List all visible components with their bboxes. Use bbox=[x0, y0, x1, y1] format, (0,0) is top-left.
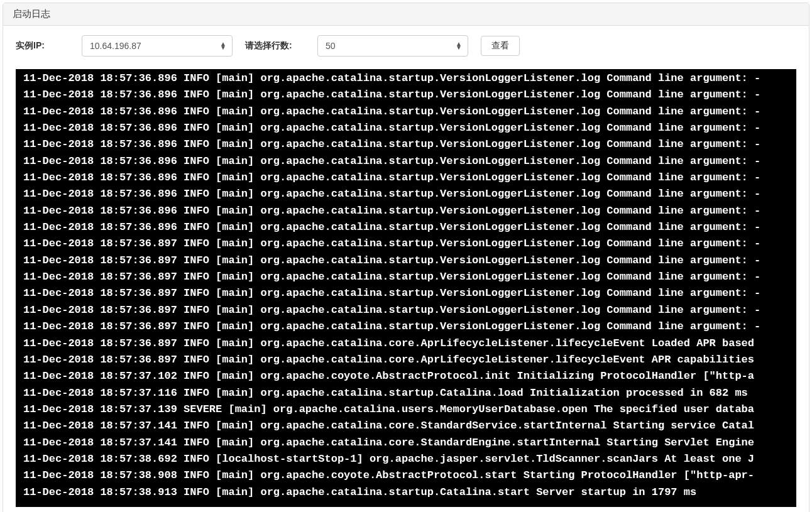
instance-ip-label: 实例IP: bbox=[16, 40, 72, 52]
log-line: 11-Dec-2018 18:57:36.896 INFO [main] org… bbox=[16, 136, 796, 153]
log-line: 11-Dec-2018 18:57:36.897 INFO [main] org… bbox=[16, 269, 796, 285]
log-line: 11-Dec-2018 18:57:36.896 INFO [main] org… bbox=[16, 70, 796, 87]
log-line: 11-Dec-2018 18:57:37.116 INFO [main] org… bbox=[16, 385, 796, 401]
lines-select-wrapper: 50 ▲▼ bbox=[317, 35, 468, 57]
log-line: 11-Dec-2018 18:57:36.897 INFO [main] org… bbox=[16, 285, 796, 302]
log-line: 11-Dec-2018 18:57:36.897 INFO [main] org… bbox=[16, 302, 796, 319]
filter-form: 实例IP: 10.64.196.87 ▲▼ 请选择行数: 50 bbox=[16, 35, 796, 57]
log-line: 11-Dec-2018 18:57:36.896 INFO [main] org… bbox=[16, 153, 796, 170]
log-line: 11-Dec-2018 18:57:36.896 INFO [main] org… bbox=[16, 120, 796, 136]
log-line: 11-Dec-2018 18:57:38.692 INFO [localhost… bbox=[16, 451, 796, 467]
log-line: 11-Dec-2018 18:57:36.897 INFO [main] org… bbox=[16, 319, 796, 335]
panel-title: 启动日志 bbox=[3, 3, 809, 26]
lines-select[interactable]: 50 bbox=[317, 35, 468, 57]
log-line: 11-Dec-2018 18:57:36.896 INFO [main] org… bbox=[16, 87, 796, 103]
log-line: 11-Dec-2018 18:57:36.896 INFO [main] org… bbox=[16, 219, 796, 236]
log-line: 11-Dec-2018 18:57:36.896 INFO [main] org… bbox=[16, 170, 796, 186]
log-line: 11-Dec-2018 18:57:37.141 INFO [main] org… bbox=[16, 435, 796, 451]
log-line: 11-Dec-2018 18:57:36.897 INFO [main] org… bbox=[16, 335, 796, 352]
log-line: 11-Dec-2018 18:57:37.139 SEVERE [main] o… bbox=[16, 401, 796, 418]
lines-group: 请选择行数: 50 ▲▼ bbox=[245, 35, 468, 57]
log-scroll-wrapper[interactable]: 11-Dec-2018 18:57:36.896 INFO [main] org… bbox=[16, 69, 796, 507]
log-line: 11-Dec-2018 18:57:36.897 INFO [main] org… bbox=[16, 253, 796, 269]
instance-ip-select[interactable]: 10.64.196.87 bbox=[82, 35, 233, 57]
log-line: 11-Dec-2018 18:57:36.896 INFO [main] org… bbox=[16, 104, 796, 120]
log-line: 11-Dec-2018 18:57:36.896 INFO [main] org… bbox=[16, 203, 796, 219]
log-line: 11-Dec-2018 18:57:36.896 INFO [main] org… bbox=[16, 186, 796, 202]
log-line: 11-Dec-2018 18:57:37.102 INFO [main] org… bbox=[16, 368, 796, 384]
instance-ip-group: 实例IP: 10.64.196.87 ▲▼ bbox=[16, 35, 233, 57]
log-line: 11-Dec-2018 18:57:37.141 INFO [main] org… bbox=[16, 418, 796, 434]
log-line: 11-Dec-2018 18:57:38.913 INFO [main] org… bbox=[16, 484, 796, 501]
view-button[interactable]: 查看 bbox=[481, 36, 520, 56]
instance-ip-select-wrapper: 10.64.196.87 ▲▼ bbox=[82, 35, 233, 57]
log-output: 11-Dec-2018 18:57:36.896 INFO [main] org… bbox=[16, 69, 796, 507]
log-line: 11-Dec-2018 18:57:36.897 INFO [main] org… bbox=[16, 236, 796, 252]
lines-label: 请选择行数: bbox=[245, 40, 308, 52]
log-line: 11-Dec-2018 18:57:38.908 INFO [main] org… bbox=[16, 467, 796, 484]
log-line: 11-Dec-2018 18:57:36.897 INFO [main] org… bbox=[16, 352, 796, 368]
panel-body: 实例IP: 10.64.196.87 ▲▼ 请选择行数: 50 bbox=[3, 26, 809, 512]
log-panel: 启动日志 实例IP: 10.64.196.87 ▲▼ 请选择行数: 50 bbox=[3, 3, 809, 512]
